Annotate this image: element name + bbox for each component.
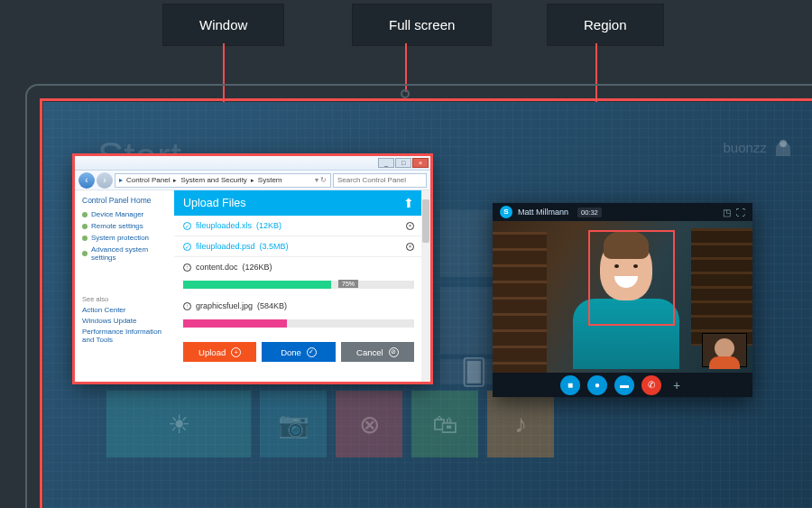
user-avatar-icon: [776, 142, 790, 156]
breadcrumb-item[interactable]: System: [258, 176, 282, 184]
video-background: [691, 228, 752, 346]
file-name: ↑ graphicsfuel.jpg (584KB): [183, 301, 287, 310]
callout-window: Window: [162, 4, 284, 46]
upload-button-row: Upload+ Done✓ Cancel⊘: [174, 335, 423, 362]
file-name[interactable]: ✓ fileuploaded.xls (12KB): [183, 221, 281, 230]
file-name[interactable]: ✓ fileuploaded.psd (3.5MB): [183, 242, 289, 251]
control-panel-sidebar: Control Panel Home Device Manager Remote…: [75, 190, 172, 382]
sidebar-item-advanced-settings[interactable]: Advanced system settings: [82, 245, 165, 262]
upload-icon: ⬆: [403, 196, 414, 210]
user-label: buonzz: [723, 140, 790, 156]
video-background: [493, 232, 547, 373]
progress-fill: [183, 319, 287, 328]
breadcrumb-item[interactable]: Control Panel: [126, 176, 170, 184]
check-icon: ✓: [307, 347, 317, 357]
skype-logo-icon: [500, 206, 512, 218]
done-button[interactable]: Done✓: [262, 342, 335, 362]
skype-mic-button[interactable]: ●: [587, 375, 607, 395]
sidebar-see-also: See also: [82, 295, 165, 303]
progress-fill: [183, 281, 331, 289]
file-uploading-icon: ↑: [183, 263, 191, 272]
file-uploading-icon: ↑: [183, 302, 191, 310]
tile-weather[interactable]: ☀: [106, 391, 251, 457]
skype-video-button[interactable]: ■: [560, 375, 580, 395]
callout-region: Region: [547, 4, 664, 46]
window-close-button[interactable]: ×: [412, 158, 429, 168]
file-row-uploading: ↑ graphicsfuel.jpg (584KB): [174, 296, 423, 316]
window-maximize-button[interactable]: □: [395, 158, 411, 168]
tile-store[interactable]: 🛍: [411, 391, 478, 457]
window-body: Control Panel Home Device Manager Remote…: [75, 190, 430, 382]
upload-panel: Upload Files ⬆ ✓ fileuploaded.xls (12KB)…: [172, 190, 430, 382]
skype-chat-button[interactable]: ▬: [614, 375, 634, 395]
scrollbar[interactable]: [421, 190, 430, 382]
sidebar-item-system-protection[interactable]: System protection: [82, 234, 165, 242]
tile-camera[interactable]: 📷: [260, 391, 327, 457]
cancel-icon: ⊘: [389, 347, 399, 357]
file-name: ↑ content.doc (126KB): [183, 263, 272, 272]
skype-add-button[interactable]: +: [669, 375, 685, 395]
skype-call-timer: 00:32: [577, 208, 602, 217]
sidebar-link-performance[interactable]: Performance Information and Tools: [82, 328, 165, 344]
file-row-completed: ✓ fileuploaded.xls (12KB) ×: [174, 216, 423, 236]
file-status-icon: ✓: [183, 243, 191, 251]
skype-call-controls: ■ ● ▬ ✆ +: [493, 373, 752, 397]
progress-percent-badge: 75%: [338, 280, 358, 288]
nav-forward-button[interactable]: ›: [97, 172, 113, 189]
region-capture-border: [588, 230, 675, 326]
search-input[interactable]: [333, 173, 427, 188]
tile-music[interactable]: ♪: [487, 391, 554, 457]
upload-button[interactable]: Upload+: [183, 342, 256, 362]
sidebar-item-remote-settings[interactable]: Remote settings: [82, 222, 165, 230]
progress-bar: 75%: [183, 281, 414, 289]
skype-hangup-button[interactable]: ✆: [641, 375, 661, 395]
file-row-completed: ✓ fileuploaded.psd (3.5MB) ×: [174, 236, 423, 257]
window-minimize-button[interactable]: _: [378, 158, 394, 168]
skype-caller-name: Matt Millmann: [518, 208, 568, 217]
skype-pip-icon[interactable]: ◳: [723, 208, 731, 217]
skype-fullscreen-icon[interactable]: ⛶: [736, 208, 745, 217]
tile-xbox[interactable]: ⊗: [336, 391, 402, 457]
upload-header: Upload Files ⬆: [174, 190, 423, 216]
username-text: buonzz: [723, 140, 766, 155]
plus-icon: +: [231, 347, 241, 357]
window-navbar: ‹ › ▸ Control Panel▸ System and Security…: [75, 171, 430, 190]
progress-row: 75%: [174, 277, 423, 296]
skype-header[interactable]: Matt Millmann 00:32 ◳ ⛶: [493, 203, 752, 221]
file-remove-icon[interactable]: ×: [406, 222, 414, 230]
skype-window: Matt Millmann 00:32 ◳ ⛶ ■ ● ▬ ✆ +: [493, 203, 752, 397]
upload-title: Upload Files: [183, 197, 245, 209]
skype-self-preview[interactable]: [702, 333, 747, 367]
breadcrumb-bar[interactable]: ▸ Control Panel▸ System and Security▸ Sy…: [115, 173, 331, 188]
breadcrumb-item[interactable]: System and Security: [180, 176, 246, 184]
file-remove-icon[interactable]: ×: [406, 243, 414, 251]
sidebar-title: Control Panel Home: [82, 196, 165, 205]
file-status-icon: ✓: [183, 222, 191, 230]
callout-fullscreen: Full screen: [352, 4, 492, 46]
fullscreen-marker: [401, 89, 410, 98]
captured-window: _ □ × ‹ › ▸ Control Panel▸ System and Se…: [75, 156, 430, 382]
progress-bar: [183, 319, 414, 328]
nav-back-button[interactable]: ‹: [78, 172, 95, 189]
sidebar-item-device-manager[interactable]: Device Manager: [82, 210, 165, 218]
skype-video-feed: [493, 221, 752, 373]
window-titlebar[interactable]: _ □ ×: [75, 156, 430, 171]
file-row-uploading: ↑ content.doc (126KB): [174, 257, 423, 277]
sidebar-link-action-center[interactable]: Action Center: [82, 306, 165, 314]
sidebar-link-windows-update[interactable]: Windows Update: [82, 317, 165, 325]
cancel-button[interactable]: Cancel⊘: [341, 342, 414, 362]
progress-row: [174, 316, 423, 335]
